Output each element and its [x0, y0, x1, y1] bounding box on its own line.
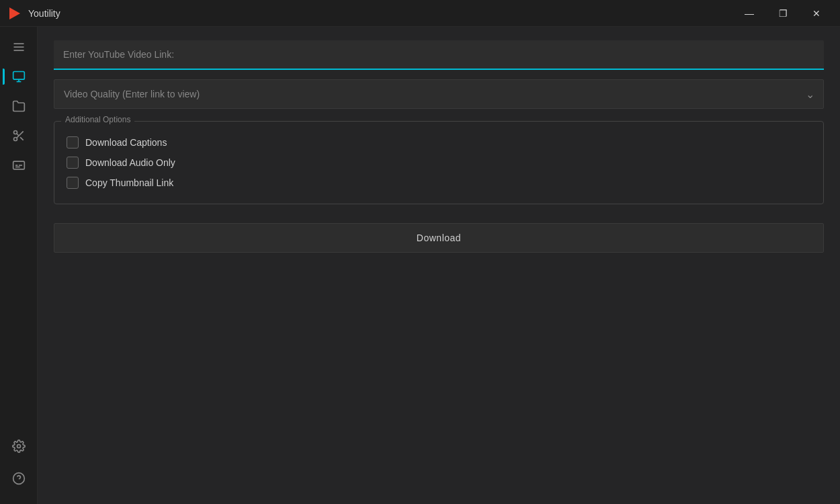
help-icon: [12, 472, 26, 485]
captions-icon: [12, 159, 26, 172]
sidebar-item-captions[interactable]: [5, 152, 32, 179]
sidebar-item-settings[interactable]: [5, 433, 32, 460]
sidebar-item-help[interactable]: [5, 465, 32, 492]
sidebar-item-scissors[interactable]: [5, 122, 32, 149]
copy-thumbnail-link-label: Copy Thumbnail Link: [85, 177, 173, 188]
url-input[interactable]: [54, 40, 824, 70]
svg-point-6: [13, 131, 17, 134]
settings-icon: [12, 439, 26, 453]
sidebar-item-download[interactable]: [5, 63, 32, 90]
additional-options-panel: Additional Options Download Captions Dow…: [54, 121, 824, 204]
sidebar: [0, 27, 38, 504]
download-captions-checkbox[interactable]: [67, 136, 79, 149]
quality-dropdown-wrapper: Video Quality (Enter link to view) ⌄: [54, 79, 824, 109]
copy-thumbnail-link-checkbox[interactable]: [67, 177, 79, 189]
download-captions-label: Download Captions: [85, 137, 167, 148]
svg-line-10: [16, 134, 18, 136]
main-layout: Video Quality (Enter link to view) ⌄ Add…: [0, 27, 840, 504]
titlebar: Youtility — ❐ ✕: [0, 0, 840, 27]
sidebar-bottom: [5, 431, 32, 499]
close-button[interactable]: ✕: [801, 3, 832, 24]
quality-dropdown[interactable]: Video Quality (Enter link to view): [54, 79, 824, 109]
additional-options-legend: Additional Options: [61, 115, 134, 124]
download-screen-icon: [12, 70, 26, 83]
app-icon: [8, 7, 22, 20]
play-icon: [9, 7, 20, 19]
sidebar-item-folder[interactable]: [5, 93, 32, 120]
titlebar-controls: — ❐ ✕: [734, 3, 832, 24]
scissors-icon: [12, 129, 26, 142]
titlebar-left: Youtility: [8, 7, 60, 20]
maximize-button[interactable]: ❐: [767, 3, 798, 24]
download-audio-only-item[interactable]: Download Audio Only: [64, 153, 814, 173]
minimize-button[interactable]: —: [734, 3, 765, 24]
download-audio-only-label: Download Audio Only: [85, 157, 175, 168]
svg-point-7: [13, 138, 17, 141]
svg-line-9: [20, 137, 24, 140]
svg-rect-3: [13, 72, 24, 80]
content-area: Video Quality (Enter link to view) ⌄ Add…: [38, 27, 840, 504]
download-captions-item[interactable]: Download Captions: [64, 132, 814, 153]
app-title: Youtility: [28, 8, 60, 19]
copy-thumbnail-link-item[interactable]: Copy Thumbnail Link: [64, 173, 814, 193]
svg-point-15: [17, 445, 20, 448]
menu-icon: [12, 40, 26, 54]
download-audio-only-checkbox[interactable]: [67, 157, 79, 169]
download-button[interactable]: Download: [54, 223, 824, 253]
folder-icon: [12, 99, 26, 113]
sidebar-item-menu[interactable]: [5, 34, 32, 60]
